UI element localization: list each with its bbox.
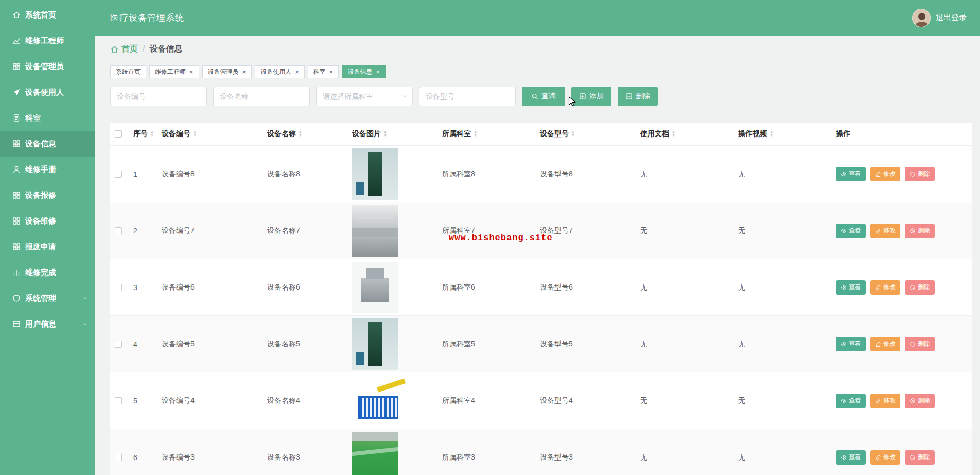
sort-icons[interactable]: ▲▼ bbox=[383, 130, 387, 138]
row-checkbox[interactable] bbox=[115, 284, 122, 291]
home-icon bbox=[110, 45, 119, 54]
equipment-photo-4[interactable] bbox=[352, 379, 415, 423]
close-icon[interactable]: × bbox=[376, 69, 380, 75]
device-doc: 无 bbox=[640, 396, 647, 404]
equipment-photo-7[interactable] bbox=[352, 205, 398, 257]
column-header[interactable]: 设备名称 bbox=[267, 129, 296, 139]
row-delete-button[interactable]: 删除 bbox=[905, 224, 935, 238]
dept-select[interactable] bbox=[316, 87, 413, 106]
sidebar-item-13[interactable]: 用户信息 bbox=[0, 311, 95, 337]
row-delete-button[interactable]: 删除 bbox=[905, 394, 935, 408]
sidebar-item-7[interactable]: 维修手册 bbox=[0, 157, 95, 182]
close-icon[interactable]: × bbox=[189, 69, 194, 75]
edit-button[interactable]: 修改 bbox=[870, 394, 900, 408]
chart-icon bbox=[12, 37, 21, 45]
edit-button[interactable]: 修改 bbox=[870, 224, 900, 238]
row-checkbox[interactable] bbox=[115, 454, 122, 461]
row-checkbox[interactable] bbox=[115, 171, 122, 178]
row-checkbox[interactable] bbox=[115, 227, 122, 234]
tab-label: 系统首页 bbox=[116, 67, 141, 76]
tab-5[interactable]: 科室× bbox=[308, 65, 339, 78]
search-code-input[interactable] bbox=[110, 87, 207, 106]
device-department: 所属科室4 bbox=[442, 396, 475, 404]
sidebar-item-label: 设备信息 bbox=[25, 139, 56, 149]
device-model: 设备型号5 bbox=[540, 340, 573, 348]
column-header[interactable]: 序号 bbox=[133, 129, 148, 139]
column-header[interactable]: 设备型号 bbox=[540, 129, 569, 139]
equipment-photo-3[interactable] bbox=[352, 432, 398, 475]
sort-icons[interactable]: ▲▼ bbox=[571, 130, 575, 138]
equipment-photo-6[interactable] bbox=[352, 262, 398, 313]
edit-button[interactable]: 修改 bbox=[870, 167, 900, 181]
grid-icon bbox=[12, 191, 21, 199]
tab-6[interactable]: 设备信息× bbox=[342, 65, 386, 78]
sort-icons[interactable]: ▲▼ bbox=[769, 130, 773, 138]
delete-selected-button[interactable]: 删除 bbox=[618, 87, 658, 106]
breadcrumb-separator: / bbox=[143, 44, 145, 54]
column-header[interactable]: 设备图片 bbox=[352, 129, 381, 139]
device-model: 设备型号6 bbox=[540, 283, 573, 291]
device-name: 设备名称4 bbox=[267, 396, 300, 404]
dept-select-input[interactable] bbox=[316, 87, 413, 106]
tab-4[interactable]: 设备使用人× bbox=[255, 65, 305, 78]
view-button[interactable]: 查看 bbox=[836, 394, 866, 408]
row-delete-button[interactable]: 删除 bbox=[905, 337, 935, 351]
column-header[interactable]: 使用文档 bbox=[640, 129, 669, 139]
sidebar-item-10[interactable]: 报废申请 bbox=[0, 234, 95, 260]
column-header[interactable]: 所属科室 bbox=[442, 129, 471, 139]
view-button[interactable]: 查看 bbox=[836, 224, 866, 238]
avatar[interactable] bbox=[912, 9, 931, 27]
sidebar-item-6[interactable]: 设备信息 bbox=[0, 131, 95, 157]
sort-icons[interactable]: ▲▼ bbox=[474, 130, 477, 138]
sidebar-item-2[interactable]: 维修工程师 bbox=[0, 28, 95, 54]
column-header[interactable]: 设备编号 bbox=[162, 129, 190, 139]
sidebar-item-8[interactable]: 设备报修 bbox=[0, 182, 95, 208]
shield-icon bbox=[12, 294, 21, 302]
column-header[interactable]: 操作视频 bbox=[738, 129, 767, 139]
row-delete-button[interactable]: 删除 bbox=[905, 450, 935, 465]
tab-2[interactable]: 维修工程师× bbox=[149, 65, 199, 78]
sidebar-item-11[interactable]: 维修完成 bbox=[0, 260, 95, 285]
close-icon[interactable]: × bbox=[329, 69, 334, 75]
row-delete-button[interactable]: 删除 bbox=[905, 167, 935, 181]
sidebar-item-4[interactable]: 设备使用人 bbox=[0, 79, 95, 105]
tab-3[interactable]: 设备管理员× bbox=[202, 65, 252, 78]
view-button[interactable]: 查看 bbox=[836, 337, 866, 351]
table-row-3: 3设备编号6设备名称6所属科室6设备型号6无无查看修改删除 bbox=[110, 259, 972, 316]
edit-button[interactable]: 修改 bbox=[870, 450, 900, 465]
sidebar-item-1[interactable]: 系统首页 bbox=[0, 2, 95, 28]
search-name-input[interactable] bbox=[213, 87, 310, 106]
sort-icons[interactable]: ▲▼ bbox=[193, 130, 197, 138]
sidebar-item-3[interactable]: 设备管理员 bbox=[0, 54, 95, 79]
sort-icons[interactable]: ▲▼ bbox=[299, 130, 302, 138]
row-delete-button[interactable]: 删除 bbox=[905, 280, 935, 295]
close-icon[interactable]: × bbox=[242, 69, 247, 75]
ban-icon bbox=[909, 171, 916, 177]
sort-icons[interactable]: ▲▼ bbox=[672, 130, 675, 138]
sidebar-item-9[interactable]: 设备维修 bbox=[0, 208, 95, 234]
tab-label: 设备使用人 bbox=[260, 67, 291, 76]
device-code: 设备编号6 bbox=[162, 283, 195, 291]
breadcrumb-home[interactable]: 首页 bbox=[110, 44, 138, 55]
tab-1[interactable]: 系统首页 bbox=[110, 65, 146, 78]
logout-button[interactable]: 退出登录 bbox=[936, 13, 967, 23]
view-button[interactable]: 查看 bbox=[836, 167, 866, 181]
search-model-input[interactable] bbox=[419, 87, 516, 106]
sort-icons[interactable]: ▲▼ bbox=[150, 130, 154, 138]
grid-icon bbox=[12, 243, 21, 251]
close-icon[interactable]: × bbox=[295, 69, 299, 75]
sidebar-item-5[interactable]: 科室 bbox=[0, 105, 95, 131]
plus-square-icon bbox=[579, 93, 586, 100]
query-button[interactable]: 查询 bbox=[522, 87, 565, 106]
row-checkbox[interactable] bbox=[115, 397, 122, 404]
sidebar-item-12[interactable]: 系统管理 bbox=[0, 285, 95, 311]
select-all-checkbox[interactable] bbox=[115, 130, 122, 138]
row-checkbox[interactable] bbox=[115, 341, 122, 348]
device-video: 无 bbox=[738, 226, 745, 234]
view-button[interactable]: 查看 bbox=[836, 280, 866, 295]
edit-button[interactable]: 修改 bbox=[870, 337, 900, 351]
edit-button[interactable]: 修改 bbox=[870, 280, 900, 295]
equipment-photo-5[interactable] bbox=[352, 318, 398, 370]
equipment-photo-8[interactable] bbox=[352, 148, 398, 200]
view-button[interactable]: 查看 bbox=[836, 450, 866, 465]
